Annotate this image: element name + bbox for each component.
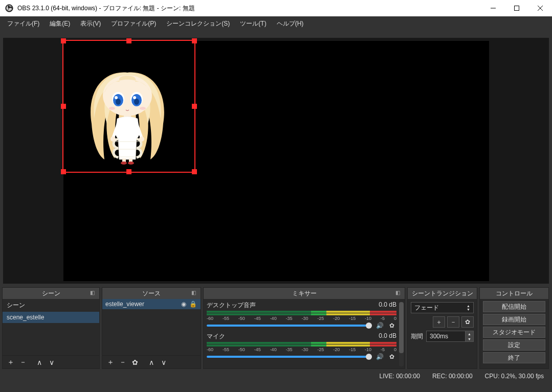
source-selection-box[interactable] [63, 41, 194, 172]
svg-point-8 [134, 99, 139, 105]
mixer-scrollbar[interactable] [399, 302, 404, 366]
svg-point-10 [133, 96, 136, 99]
scenes-dock-header[interactable]: シーン ◧ [3, 288, 99, 299]
menu-tools[interactable]: ツール(T) [235, 17, 271, 30]
settings-button[interactable]: 設定 [483, 339, 545, 351]
svg-point-14 [111, 136, 116, 142]
scene-item[interactable]: scene_estelle [3, 312, 99, 323]
popout-icon[interactable]: ◧ [395, 290, 403, 297]
source-properties-button[interactable]: ✿ [129, 356, 141, 368]
duration-spinner[interactable]: ▲▼ [465, 331, 473, 341]
move-scene-up-button[interactable]: ∧ [33, 356, 46, 368]
resize-handle-bl[interactable] [61, 169, 66, 174]
scenes-list[interactable]: シーン scene_estelle [3, 299, 99, 355]
window-title: OBS 23.1.0 (64-bit, windows) - プロファイル: 無… [17, 4, 481, 13]
menu-view[interactable]: 表示(V) [75, 17, 106, 30]
scrollbar-thumb[interactable] [399, 302, 404, 353]
dropdown-icon: ▲▼ [467, 304, 470, 311]
obs-logo-icon [5, 4, 13, 12]
move-scene-down-button[interactable]: ∨ [46, 356, 58, 368]
slider-knob[interactable] [366, 322, 372, 329]
statusbar: LIVE: 00:00:00 REC: 00:00:00 CPU: 0.2%, … [0, 369, 552, 383]
resize-handle-tl[interactable] [61, 38, 66, 43]
controls-body: 配信開始 録画開始 スタジオモード 設定 終了 [480, 299, 548, 368]
duration-label: 期間 [411, 332, 423, 341]
controls-dock: コントロール 配信開始 録画開始 スタジオモード 設定 終了 [479, 287, 549, 369]
resize-handle-tm[interactable] [126, 38, 131, 43]
source-preview-character [86, 57, 168, 165]
sources-dock-header[interactable]: ソース ◧ [102, 288, 201, 299]
mute-button[interactable]: 🔊 [375, 321, 384, 330]
transition-selected-label: フェード [414, 304, 439, 312]
resize-handle-mr[interactable] [192, 104, 197, 109]
preview-area [0, 31, 552, 287]
duration-value: 300ms [430, 333, 448, 340]
add-transition-button[interactable]: ＋ [433, 316, 445, 328]
spin-up-icon[interactable]: ▲ [465, 331, 473, 336]
spin-down-icon[interactable]: ▼ [465, 336, 473, 341]
sources-toolbar: ＋ － ✿ ∧ ∨ [102, 355, 201, 368]
popout-icon[interactable]: ◧ [191, 290, 198, 297]
audio-meter [207, 313, 396, 315]
start-recording-button[interactable]: 録画開始 [483, 314, 545, 325]
visibility-icon[interactable]: ◉ [179, 301, 188, 308]
popout-icon[interactable]: ◧ [90, 290, 97, 297]
source-item[interactable]: estelle_viewer ◉ 🔒 [102, 299, 201, 309]
status-cpu: CPU: 0.2%, 30.00 fps [485, 373, 544, 380]
exit-button[interactable]: 終了 [483, 352, 545, 363]
sources-dock: ソース ◧ estelle_viewer ◉ 🔒 ＋ － ✿ ∧ ∨ [102, 287, 201, 369]
menu-file[interactable]: ファイル(F) [2, 17, 45, 30]
svg-point-9 [115, 96, 118, 99]
audio-meter [207, 342, 396, 344]
add-source-button[interactable]: ＋ [104, 356, 117, 368]
channel-settings-button[interactable]: ✿ [387, 321, 396, 330]
transitions-dock-title: シーントランジション [412, 289, 473, 298]
start-streaming-button[interactable]: 配信開始 [483, 301, 545, 312]
meter-ticks: -60-55-50-45-40-35-30-25-20-15-10-50 [207, 347, 396, 352]
transition-select[interactable]: フェード ▲▼ [411, 302, 474, 313]
status-live: LIVE: 00:00:00 [379, 373, 419, 380]
minimize-button[interactable] [481, 0, 505, 16]
docks-row: シーン ◧ シーン scene_estelle ＋ － ∧ ∨ ソース ◧ es… [0, 287, 552, 369]
menu-profile[interactable]: プロファイル(P) [106, 17, 161, 30]
scenes-toolbar: ＋ － ∧ ∨ [3, 355, 99, 368]
channel-settings-button[interactable]: ✿ [387, 352, 396, 361]
sources-list[interactable]: estelle_viewer ◉ 🔒 [102, 299, 201, 355]
mixer-dock: ミキサー ◧ デスクトップ音声 0.0 dB -60-55-50-45-40-3… [203, 287, 405, 369]
transition-properties-button[interactable]: ✿ [461, 316, 474, 328]
resize-handle-bm[interactable] [126, 169, 131, 174]
mixer-channel-desktop: デスクトップ音声 0.0 dB -60-55-50-45-40-35-30-25… [207, 301, 396, 330]
scenes-header-item: シーン [3, 299, 99, 312]
slider-knob[interactable] [366, 354, 372, 360]
lock-icon[interactable]: 🔒 [188, 301, 197, 308]
preview-canvas[interactable] [63, 41, 489, 281]
mute-button[interactable]: 🔊 [375, 352, 384, 361]
volume-slider[interactable] [207, 356, 372, 358]
transitions-dock-header[interactable]: シーントランジション [408, 288, 477, 299]
resize-handle-ml[interactable] [61, 104, 66, 109]
remove-transition-button[interactable]: － [447, 316, 459, 328]
preview-bg [3, 38, 549, 284]
menu-scene-collection[interactable]: シーンコレクション(S) [161, 17, 235, 30]
mixer-channel-db: 0.0 dB [379, 332, 396, 341]
remove-source-button[interactable]: － [117, 356, 129, 368]
move-source-up-button[interactable]: ∧ [145, 356, 158, 368]
resize-handle-br[interactable] [192, 169, 197, 174]
menu-edit[interactable]: 編集(E) [45, 17, 75, 30]
volume-slider[interactable] [207, 325, 372, 327]
titlebar: OBS 23.1.0 (64-bit, windows) - プロファイル: 無… [0, 0, 552, 16]
remove-scene-button[interactable]: － [17, 356, 29, 368]
resize-handle-tr[interactable] [192, 38, 197, 43]
duration-input[interactable]: 300ms ▲▼ [426, 331, 474, 342]
menu-help[interactable]: ヘルプ(H) [272, 17, 309, 30]
maximize-button[interactable] [505, 0, 528, 16]
audio-meter [207, 311, 396, 313]
studio-mode-button[interactable]: スタジオモード [483, 327, 545, 338]
mixer-channel-db: 0.0 dB [379, 301, 396, 310]
close-button[interactable] [528, 0, 552, 16]
mixer-dock-header[interactable]: ミキサー ◧ [204, 288, 405, 299]
move-source-down-button[interactable]: ∨ [158, 356, 170, 368]
controls-dock-title: コントロール [496, 289, 533, 298]
add-scene-button[interactable]: ＋ [5, 356, 17, 368]
controls-dock-header[interactable]: コントロール [480, 288, 548, 299]
